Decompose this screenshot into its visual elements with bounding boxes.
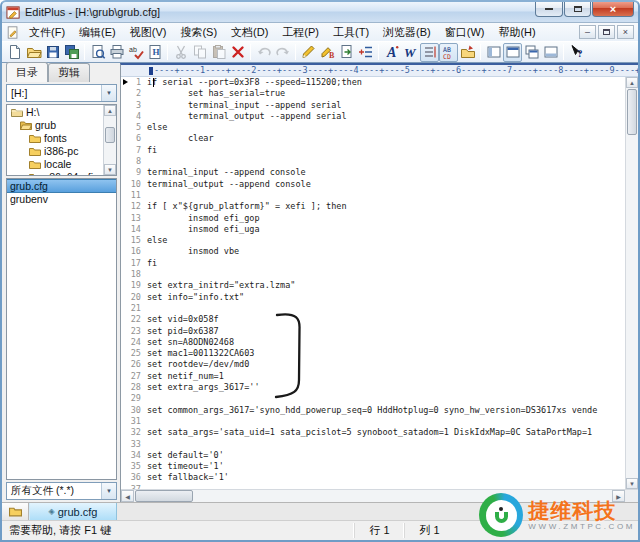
save-all-button[interactable] — [62, 43, 81, 62]
hex-view-button[interactable]: ABCD — [439, 43, 458, 62]
tree-scrollbar[interactable]: ▲ ▼ — [103, 105, 116, 175]
menu-item-3[interactable]: 搜索(S) — [173, 23, 224, 42]
code-line[interactable]: 7fi — [121, 145, 625, 156]
word-wrap-button[interactable]: W — [401, 43, 420, 62]
indent-button[interactable] — [356, 43, 375, 62]
menu-item-5[interactable]: 工程(P) — [275, 23, 326, 42]
code-line[interactable]: 35set timeout='1' — [121, 461, 625, 472]
tree-item-fonts[interactable]: fonts — [7, 131, 103, 144]
print-preview-button[interactable] — [88, 43, 107, 62]
code-line[interactable]: 13 insmod efi_gop — [121, 213, 625, 224]
code-area[interactable]: 1if serial --port=0x3F8 --speed=115200;t… — [121, 77, 625, 489]
code-line[interactable]: 15else — [121, 235, 625, 246]
drive-select[interactable]: [H:] ▼ — [6, 84, 117, 102]
file-item-grubenv[interactable]: grubenv — [7, 193, 116, 207]
tree-scrollbar-thumb[interactable] — [105, 127, 115, 143]
tab-cliptext[interactable]: 剪辑 — [48, 63, 90, 82]
menu-item-9[interactable]: 帮助(H) — [491, 23, 542, 42]
mdi-close-button[interactable]: × — [617, 25, 634, 39]
mdi-restore-button[interactable] — [598, 25, 615, 39]
code-line[interactable]: 5else — [121, 122, 625, 133]
code-line[interactable]: 18 — [121, 269, 625, 280]
sidebar-toggle-button[interactable] — [2, 503, 29, 520]
code-line[interactable]: 16 insmod vbe — [121, 246, 625, 257]
code-line[interactable]: 32set sata_args='sata_uid=1 sata_pcislot… — [121, 427, 625, 438]
drive-dropdown-button[interactable]: ▼ — [101, 85, 116, 101]
open-file-button[interactable] — [24, 43, 43, 62]
menu-item-8[interactable]: 窗口(W) — [438, 23, 492, 42]
vertical-scrollbar-thumb[interactable] — [627, 89, 637, 135]
menu-item-0[interactable]: 文件(F) — [22, 23, 72, 42]
win-cascade-button[interactable] — [522, 43, 541, 62]
menu-item-6[interactable]: 工具(T) — [326, 23, 376, 42]
menu-item-1[interactable]: 编辑(E) — [72, 23, 123, 42]
code-line[interactable]: 10terminal_output --append console — [121, 179, 625, 190]
mdi-minimize-button[interactable]: – — [579, 25, 596, 39]
vertical-scrollbar[interactable]: ▲ ▼ — [625, 77, 638, 489]
copy-page-button[interactable] — [337, 43, 356, 62]
code-line[interactable]: 30set common_args_3617='syno_hdd_powerup… — [121, 405, 625, 416]
scroll-down-icon[interactable]: ▼ — [626, 478, 638, 489]
code-line[interactable]: 14 insmod efi_uga — [121, 224, 625, 235]
maximize-button[interactable] — [564, 1, 591, 17]
win-tile-button[interactable] — [541, 43, 560, 62]
file-filter-select[interactable]: 所有文件 (*.*) ▼ — [6, 482, 117, 500]
code-line[interactable]: 29 — [121, 393, 625, 404]
menu-item-2[interactable]: 视图(V) — [123, 23, 174, 42]
menu-item-4[interactable]: 文档(D) — [224, 23, 275, 42]
spell-check-button[interactable]: ab — [126, 43, 145, 62]
scroll-up-icon[interactable]: ▲ — [104, 105, 116, 116]
code-line[interactable]: 2 set has_serial=true — [121, 88, 625, 99]
code-line[interactable]: 4 terminal_output --append serial — [121, 111, 625, 122]
code-line[interactable]: 37 — [121, 484, 625, 489]
code-line[interactable]: 23set pid=0x6387 — [121, 326, 625, 337]
code-line[interactable]: 22set vid=0x058f — [121, 314, 625, 325]
tree-item-x8664efi[interactable]: x86_64-efi — [7, 170, 103, 175]
code-line[interactable]: 26set rootdev=/dev/md0 — [121, 359, 625, 370]
document-icon[interactable] — [6, 25, 20, 40]
code-line[interactable]: 28set extra_args_3617='' — [121, 382, 625, 393]
code-line[interactable]: 21 — [121, 303, 625, 314]
preferences-button[interactable] — [458, 43, 477, 62]
win-split-button[interactable] — [484, 43, 503, 62]
code-line[interactable]: 27set netif_num=1 — [121, 371, 625, 382]
titlebar[interactable]: EditPlus - [H:\grub\grub.cfg] × — [2, 2, 638, 22]
close-button[interactable]: × — [592, 1, 634, 17]
code-line[interactable]: 34set default='0' — [121, 450, 625, 461]
code-line[interactable]: 31 — [121, 416, 625, 427]
scroll-up-icon[interactable]: ▲ — [626, 77, 638, 88]
tab-directory[interactable]: 目录 — [6, 62, 48, 82]
code-line[interactable]: 3 terminal_input --append serial — [121, 100, 625, 111]
code-line[interactable]: 6 clear — [121, 133, 625, 144]
scroll-down-icon[interactable]: ▼ — [104, 164, 116, 175]
code-line[interactable]: 17fi — [121, 258, 625, 269]
win-normal-button[interactable] — [503, 43, 522, 62]
code-line[interactable]: 19set extra_initrd="extra.lzma" — [121, 280, 625, 291]
document-tab-grub-cfg[interactable]: ◈ grub.cfg — [29, 503, 117, 520]
code-line[interactable]: 36set fallback='1' — [121, 472, 625, 483]
tree-item-h[interactable]: H:\ — [7, 105, 103, 118]
marker-button[interactable]: B — [318, 43, 337, 62]
scroll-left-icon[interactable]: ◀ — [121, 490, 134, 502]
code-line[interactable]: 33 — [121, 439, 625, 450]
code-line[interactable]: 1if serial --port=0x3F8 --speed=115200;t… — [121, 77, 625, 88]
clip-library-button[interactable]: H — [145, 43, 164, 62]
new-file-button[interactable] — [5, 43, 24, 62]
highlight-button[interactable] — [299, 43, 318, 62]
menu-item-7[interactable]: 浏览器(B) — [376, 23, 438, 42]
horizontal-scrollbar-thumb[interactable] — [135, 490, 193, 502]
save-button[interactable] — [43, 43, 62, 62]
context-help-button[interactable]: ? — [567, 43, 586, 62]
code-line[interactable]: 12if [ x"${grub_platform}" = xefi ]; the… — [121, 201, 625, 212]
code-line[interactable]: 24set sn=A8ODN02468 — [121, 337, 625, 348]
code-line[interactable]: 11 — [121, 190, 625, 201]
filter-dropdown-button[interactable]: ▼ — [101, 483, 116, 499]
file-item-grub-cfg[interactable]: grub.cfg — [7, 179, 116, 193]
tree-item-grub[interactable]: grub — [7, 118, 103, 131]
code-line[interactable]: 8 — [121, 156, 625, 167]
font-button[interactable]: A — [382, 43, 401, 62]
tree-item-locale[interactable]: locale — [7, 157, 103, 170]
code-line[interactable]: 9terminal_input --append console — [121, 167, 625, 178]
tree-item-i386pc[interactable]: i386-pc — [7, 144, 103, 157]
delete-button[interactable] — [228, 43, 247, 62]
